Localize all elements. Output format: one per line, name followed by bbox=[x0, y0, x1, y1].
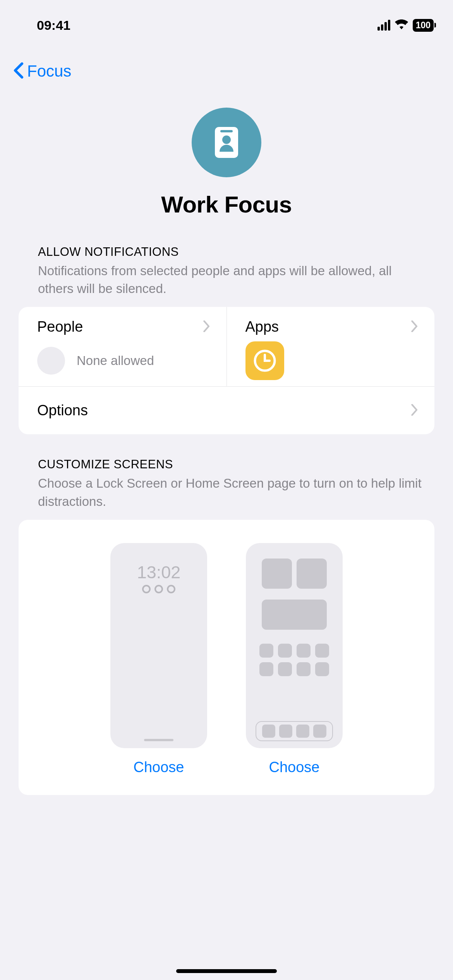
chevron-right-icon bbox=[411, 404, 418, 417]
dock-icon bbox=[256, 721, 333, 741]
status-time: 09:41 bbox=[37, 18, 70, 33]
screens-card: 13:02 Choose bbox=[19, 520, 434, 795]
section-header: ALLOW NOTIFICATIONS bbox=[19, 245, 434, 259]
lock-widgets-icon bbox=[142, 585, 175, 593]
section-description: Notifications from selected people and a… bbox=[19, 262, 434, 298]
section-description: Choose a Lock Screen or Home Screen page… bbox=[19, 475, 434, 510]
section-header: CUSTOMIZE SCREENS bbox=[19, 457, 434, 471]
people-label: People bbox=[37, 319, 83, 335]
options-label: Options bbox=[37, 402, 88, 419]
options-row[interactable]: Options bbox=[19, 387, 434, 434]
people-cell[interactable]: People None allowed bbox=[19, 307, 227, 386]
back-button[interactable]: Focus bbox=[0, 43, 453, 92]
focus-header: Work Focus bbox=[0, 92, 453, 245]
customize-screens-section: CUSTOMIZE SCREENS Choose a Lock Screen o… bbox=[0, 457, 453, 795]
choose-lock-screen-button[interactable]: Choose bbox=[134, 759, 184, 776]
people-status: None allowed bbox=[77, 353, 154, 368]
battery-indicator: 100 bbox=[413, 19, 434, 32]
clock-app-icon bbox=[245, 341, 284, 380]
apps-label: Apps bbox=[245, 319, 279, 335]
chevron-left-icon bbox=[12, 62, 26, 81]
page-title: Work Focus bbox=[161, 191, 292, 218]
cellular-signal-icon bbox=[378, 20, 390, 31]
work-badge-icon bbox=[215, 127, 238, 158]
allow-notifications-section: ALLOW NOTIFICATIONS Notifications from s… bbox=[0, 245, 453, 434]
wifi-icon bbox=[395, 19, 408, 31]
lock-time: 13:02 bbox=[137, 562, 181, 583]
status-bar: 09:41 100 bbox=[0, 0, 453, 43]
chevron-right-icon bbox=[203, 320, 210, 334]
choose-home-screen-button[interactable]: Choose bbox=[269, 759, 320, 776]
lock-screen-thumbnail[interactable]: 13:02 bbox=[110, 543, 207, 748]
empty-avatar-icon bbox=[37, 347, 65, 375]
home-screen-preview: Choose bbox=[246, 543, 343, 776]
apps-cell[interactable]: Apps bbox=[227, 307, 435, 386]
lock-screen-preview: 13:02 Choose bbox=[110, 543, 207, 776]
focus-icon bbox=[192, 108, 261, 177]
home-screen-thumbnail[interactable] bbox=[246, 543, 343, 748]
back-label: Focus bbox=[27, 62, 71, 81]
notifications-card: People None allowed Apps bbox=[19, 307, 434, 434]
home-indicator[interactable] bbox=[176, 969, 277, 973]
chevron-right-icon bbox=[411, 320, 418, 334]
status-indicators: 100 bbox=[378, 19, 434, 32]
